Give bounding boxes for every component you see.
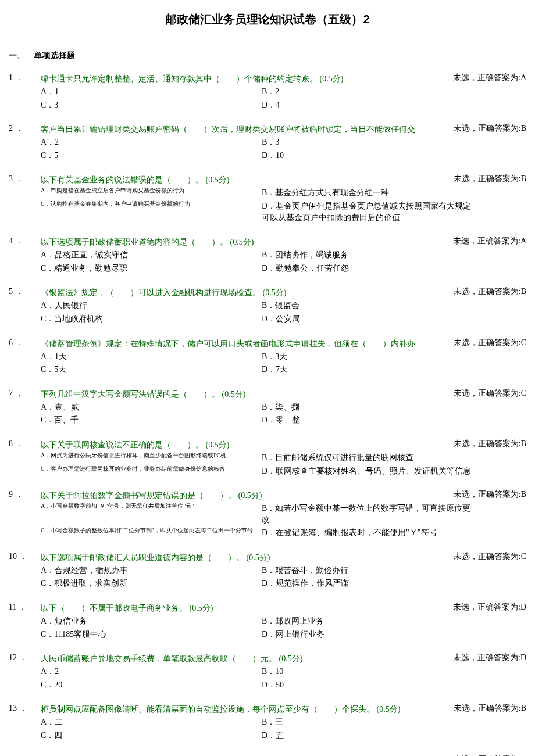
options: A．2B．3C．5D．10 (41, 137, 526, 161)
section-number: 一、 (9, 51, 32, 61)
question-stem: 客户撤销卡折合一户的绿卡时，原卡对应的活期存折（ ）。 (0.5分) (41, 754, 449, 756)
answer-status: 未选，正确答案为:C (454, 338, 526, 348)
option: B．目前邮储系统仅可进行批量的联网核查 (262, 452, 477, 464)
options: A．短信业务B．邮政网上业务C．11185客服中心D．网上银行业务 (41, 615, 526, 640)
question-number: 2 ． (9, 123, 38, 134)
question-stem: 以下关于联网核查说法不正确的是（ ）。 (0.5分) (41, 439, 449, 451)
option: A．网点为进行公民牙份信息进行核耳，南至少配备一台图形终端或PC机 (41, 452, 256, 464)
question: 8 ．以下关于联网核查说法不正确的是（ ）。 (0.5分)未选，正确答案为:BA… (9, 439, 526, 476)
option: D．联网核查主要核对姓名、号码、照片、发证机关等信息 (262, 465, 477, 477)
question-stem: 以下有关基金业务的说法错误的是（ ）。 (0.5分) (41, 174, 449, 186)
question: 11 ．以下（ ）不属于邮政电子商务业务。 (0.5分)未选，正确答案为:DA．… (9, 602, 526, 640)
question: 5 ．《银监法》规定，（ ）可以进入金融机构进行现场检查。 (0.5分)未选，正… (9, 286, 526, 324)
option: D．在登记账簿、编制报表时，不能使用"￥"符号 (262, 527, 477, 539)
option: D．基金页户伊但是指基金页户总值减去按照国家有大规定可以从基金页户中扣除的费田后… (262, 200, 477, 223)
answer-status: 未选，正确答案为:B (454, 489, 526, 500)
question: 14 ．客户撤销卡折合一户的绿卡时，原卡对应的活期存折（ ）。 (0.5分)未选… (9, 754, 526, 756)
question-stem: 人民币储蓄账户异地交易手续费，单笔取款最高收取（ ）元。 (0.5分) (41, 653, 448, 665)
options: A．申购是指在基金成立后各户申请购买基金份额的行为B．基金分红方式只有现金分红一… (41, 187, 526, 223)
option: C．四 (41, 730, 256, 741)
option: B．2 (262, 86, 477, 98)
question-number: 7 ． (9, 388, 38, 399)
option: D．公安局 (262, 313, 477, 325)
question-number: 13 ． (9, 703, 38, 714)
answer-status: 未选，正确答案为:D (453, 602, 526, 612)
question-stem: 下列几组中汉字大写金额写法错误的是（ ）。 (0.5分) (41, 388, 449, 400)
question-stem: 《储蓄管理条例》规定：在特殊情况下，储户可以用口头或者函电形式申请挂失，但须在（… (41, 338, 449, 350)
option: D．零、整 (262, 414, 477, 426)
option: C．积极进取，求实创新 (41, 578, 256, 589)
options: A．2B．10C．20D．50 (41, 666, 526, 690)
option: A．申购是指在基金成立后各户申请购买基金份额的行为 (41, 187, 256, 199)
question-stem: 柜员制网点应配备图像清晰、能看清票面的自动监控设施，每个网点至少有（ ）个探头。… (41, 703, 449, 715)
option: A．品格正直，诚实守信 (41, 249, 256, 261)
option: B．10 (262, 666, 477, 678)
options: A．合规经营，循规办事B．艰苦奋斗，勤俭办行C．积极进取，求实创新D．规范操作，… (41, 565, 526, 589)
option: B．三 (262, 716, 477, 728)
question-stem: 以下（ ）不属于邮政电子商务业务。 (0.5分) (41, 602, 448, 614)
answer-status: 未选，正确答案为:B (454, 123, 526, 134)
option: A．壹、贰 (41, 402, 256, 413)
option: C．小写金额数子的整数位本用"二位分节制"，即从个位起向左每二位田一个分节号 (41, 527, 256, 539)
question-number: 11 ． (9, 602, 38, 612)
question-number: 10 ． (9, 551, 38, 562)
options: A．壹、贰B．柒、捌C．百、千D．零、整 (41, 402, 526, 426)
section-name: 单项选择题 (34, 51, 75, 60)
question-number: 6 ． (9, 338, 38, 348)
option: D．勤勉奉公，任劳任怨 (262, 263, 477, 274)
question-number: 9 ． (9, 489, 38, 500)
option: C．11185客服中心 (41, 629, 256, 640)
option: A．1 (41, 86, 256, 98)
option: B．团结协作，竭诚服务 (262, 249, 477, 261)
answer-status: 未选，正确答案为:B (454, 703, 526, 714)
option: C．3 (41, 99, 256, 111)
options: A．品格正直，诚实守信B．团结协作，竭诚服务C．精通业务，勤勉尽职D．勤勉奉公，… (41, 249, 526, 274)
options: A．二B．三C．四D．五 (41, 716, 526, 741)
question-stem: 以下关于阿拉伯数字金额书写规定错误的是（ ）。 (0.5分) (41, 489, 449, 501)
option: D．10 (262, 150, 477, 162)
option: D．50 (262, 679, 477, 691)
option: C．5 (41, 150, 256, 162)
question: 6 ．《储蓄管理条例》规定：在特殊情况下，储户可以用口头或者函电形式申请挂失，但… (9, 338, 526, 375)
option: B．如若小写金额中某一数位上的数字写错，可直接原位更改 (262, 503, 477, 525)
option: B．邮政网上业务 (262, 615, 477, 627)
option: C．20 (41, 679, 256, 691)
option: A．合规经营，循规办事 (41, 565, 256, 576)
option: D．规范操作，作风严谨 (262, 578, 477, 589)
question: 2 ．客户当日累计输错理财类交易账户密码（ ）次后，理财类交易账户将被临时锁定，… (9, 123, 526, 161)
section-header: 一、 单项选择题 (9, 51, 526, 61)
question-stem: 绿卡通卡只允许定制整整、定活、通知存款其中（ ）个储种的约定转账。 (0.5分) (41, 73, 448, 85)
option: C．认购指在基金券集期内，各户申请购买基金份额的行为 (41, 200, 256, 223)
answer-status: 未选，正确答案为:A (453, 236, 526, 246)
question-number: 4 ． (9, 236, 38, 246)
question-stem: 以下选项属于邮政储汇人员职业道德内容的是（ ）。 (0.5分) (41, 551, 449, 564)
answer-status: 未选，正确答案为:B (454, 174, 526, 184)
answer-status: 未选，正确答案为:B (454, 754, 526, 756)
option: B．基金分红方式只有现金分红一种 (262, 187, 477, 199)
options: A．人民银行B．银监会C．当地政府机构D．公安局 (41, 300, 526, 324)
option: A．短信业务 (41, 615, 256, 627)
question-number: 3 ． (9, 174, 38, 184)
answer-status: 未选，正确答案为:B (454, 286, 526, 297)
options: A．1天B．3天C．5天D．7天 (41, 351, 526, 375)
question-stem: 客户当日累计输错理财类交易账户密码（ ）次后，理财类交易账户将被临时锁定，当日不… (41, 123, 449, 135)
option: B．3天 (262, 351, 477, 363)
question-number: 1 ． (9, 73, 38, 83)
option: A．2 (41, 137, 256, 148)
question-number: 12 ． (9, 653, 38, 663)
answer-status: 未选，正确答案为:B (454, 439, 526, 449)
answer-status: 未选，正确答案为:D (453, 653, 526, 663)
option: A．二 (41, 716, 256, 728)
option: D．网上银行业务 (262, 629, 477, 640)
options: A．小写金额数字前加"￥"付号，则无需任共后加注单位"元"B．如若小写金额中某一… (41, 503, 526, 539)
question-number: 8 ． (9, 439, 38, 449)
question: 3 ．以下有关基金业务的说法错误的是（ ）。 (0.5分)未选，正确答案为:BA… (9, 174, 526, 223)
options: A．1B．2C．3D．4 (41, 86, 526, 110)
option: C．百、千 (41, 414, 256, 426)
question: 12 ．人民币储蓄账户异地交易手续费，单笔取款最高收取（ ）元。 (0.5分)未… (9, 653, 526, 690)
option: D．4 (262, 99, 477, 111)
question-stem: 以下选项属于邮政储蓄职业道德内容的是（ ）。 (0.5分) (41, 236, 448, 248)
option: B．艰苦奋斗，勤俭办行 (262, 565, 477, 576)
option: A．2 (41, 666, 256, 678)
option: B．3 (262, 137, 477, 148)
